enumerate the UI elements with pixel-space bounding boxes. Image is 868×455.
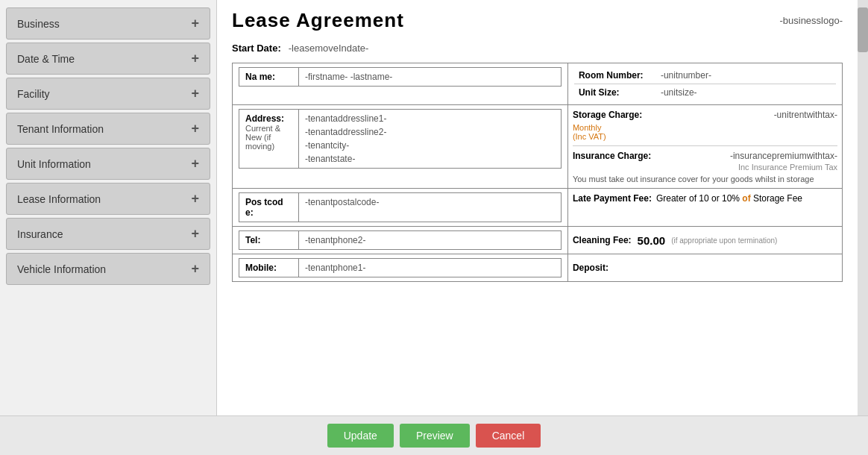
table-row-name: Na me: -firstname- -lastname- Room Numbe… [233, 63, 843, 105]
insurance-charge-label: Insurance Charge: [573, 151, 651, 161]
storage-charge-label: Storage Charge: [573, 110, 642, 120]
sidebar-item-label: Business [17, 18, 60, 30]
late-payment-value: Greater of 10 or 10% of Storage Fee [656, 193, 802, 204]
unit-size-value: -unitsize- [656, 84, 836, 101]
charges-cell: Storage Charge: -unitrentwithtax- Monthl… [567, 105, 842, 189]
late-payment-label: Late Payment Fee: [573, 193, 652, 204]
name-value: -firstname- -lastname- [299, 68, 562, 87]
preview-button[interactable]: Preview [400, 424, 470, 448]
cleaning-fee-amount: 50.00 [638, 234, 666, 247]
postcode-value: -tenantpostalcode- [299, 193, 562, 222]
expand-icon: + [191, 16, 199, 31]
name-label: Na me: [239, 68, 299, 87]
sidebar-item-vehicle-information[interactable]: Vehicle Information + [6, 253, 210, 285]
business-logo: -businesslogo- [779, 15, 843, 26]
bottom-toolbar: Update Preview Cancel [0, 415, 868, 455]
late-payment-of: of [742, 193, 750, 204]
sidebar-item-facility[interactable]: Facility + [6, 78, 210, 110]
update-button[interactable]: Update [327, 424, 394, 448]
sidebar-item-label: Lease Information [17, 193, 101, 205]
expand-icon: + [191, 121, 199, 136]
room-number-row: Room Number: -unitnumber- [574, 67, 836, 84]
room-number-value: -unitnumber- [656, 67, 836, 84]
table-row-mobile: Mobile: -tenantphone1- Deposit: [233, 254, 843, 282]
insurance-tax-note: Inc Insurance Premium Tax [573, 163, 837, 172]
expand-icon: + [191, 51, 199, 66]
monthly-text: Monthly [573, 123, 837, 132]
address-line1: -tenantaddressline1- [305, 113, 555, 124]
room-number-label: Room Number: [574, 67, 656, 84]
inc-vat-text: (Inc VAT) [573, 132, 837, 141]
doc-header: Lease Agreement -businesslogo- [232, 9, 843, 32]
sidebar-item-business[interactable]: Business + [6, 7, 210, 40]
sidebar-item-label: Insurance [17, 228, 63, 240]
content-area: Lease Agreement -businesslogo- Start Dat… [216, 0, 858, 415]
sidebar: Business + Date & Time + Facility + Tena… [0, 0, 216, 415]
mobile-cell: Mobile: -tenantphone1- [233, 254, 568, 282]
deposit-label: Deposit: [573, 263, 608, 273]
address-city: -tenantcity- [305, 140, 555, 151]
sidebar-item-datetime[interactable]: Date & Time + [6, 43, 210, 75]
address-line2: -tenantaddressline2- [305, 127, 555, 137]
sidebar-item-tenant-information[interactable]: Tenant Information + [6, 113, 210, 145]
scrollbar-thumb[interactable] [858, 7, 868, 52]
tel-value: -tenantphone2- [299, 231, 562, 250]
unit-size-label: Unit Size: [574, 84, 656, 101]
start-date-row: Start Date: -leasemoveIndate- [232, 43, 843, 54]
unit-size-row: Unit Size: -unitsize- [574, 84, 836, 101]
deposit-cell: Deposit: [567, 254, 842, 282]
expand-icon: + [191, 86, 199, 101]
unit-info-cell: Room Number: -unitnumber- Unit Size: -un… [567, 63, 842, 105]
scrollbar[interactable] [858, 0, 868, 415]
expand-icon: + [191, 156, 199, 172]
table-row-tel: Tel: -tenantphone2- Cleaning Fee: 50.00 … [233, 227, 843, 254]
expand-icon: + [191, 261, 199, 277]
lease-table: Na me: -firstname- -lastname- Room Numbe… [232, 63, 843, 282]
postcode-cell: Pos tcod e: -tenantpostalcode- [233, 189, 568, 227]
tel-label: Tel: [239, 231, 299, 250]
document-title: Lease Agreement [232, 9, 404, 32]
expand-icon: + [191, 191, 199, 207]
storage-charge-value: -unitrentwithtax- [774, 110, 837, 120]
sidebar-item-label: Tenant Information [17, 123, 104, 135]
sidebar-item-label: Unit Information [17, 158, 91, 170]
table-row-postcode: Pos tcod e: -tenantpostalcode- Late Paym… [233, 189, 843, 227]
sidebar-item-unit-information[interactable]: Unit Information + [6, 148, 210, 180]
sidebar-item-label: Vehicle Information [17, 263, 106, 275]
sidebar-item-label: Facility [17, 88, 50, 100]
address-label: Address: [245, 113, 292, 124]
mobile-value: -tenantphone1- [299, 259, 562, 277]
cleaning-fee-label: Cleaning Fee: [573, 235, 632, 245]
document-wrapper: Lease Agreement -businesslogo- Start Dat… [217, 0, 858, 291]
cleaning-fee-note: (if appropriate upon termination) [671, 236, 777, 245]
sidebar-item-label: Date & Time [17, 53, 75, 65]
tel-cell: Tel: -tenantphone2- [233, 227, 568, 254]
postcode-label: Pos tcod e: [239, 193, 299, 222]
insurance-charge-value: -insurancepremiumwithtax- [730, 151, 837, 161]
address-sublabel: Current & New (if moving) [245, 124, 292, 151]
sidebar-item-insurance[interactable]: Insurance + [6, 218, 210, 250]
mobile-label: Mobile: [239, 259, 299, 277]
sidebar-item-lease-information[interactable]: Lease Information + [6, 183, 210, 215]
address-state: -tenantstate- [305, 154, 555, 164]
address-cell: Address: Current & New (if moving) -tena… [233, 105, 568, 189]
table-row-address: Address: Current & New (if moving) -tena… [233, 105, 843, 189]
name-cell: Na me: -firstname- -lastname- [233, 63, 568, 105]
unit-inner-table: Room Number: -unitnumber- Unit Size: -un… [574, 67, 836, 101]
start-date-label: Start Date: [232, 43, 281, 54]
cleaning-fee-cell: Cleaning Fee: 50.00 (if appropriate upon… [567, 227, 842, 254]
insurance-note: You must take out insurance cover for yo… [573, 175, 837, 183]
expand-icon: + [191, 226, 199, 242]
start-date-value: -leasemoveIndate- [289, 43, 369, 54]
late-fee-cell: Late Payment Fee: Greater of 10 or 10% o… [567, 189, 842, 227]
cancel-button[interactable]: Cancel [476, 424, 541, 448]
